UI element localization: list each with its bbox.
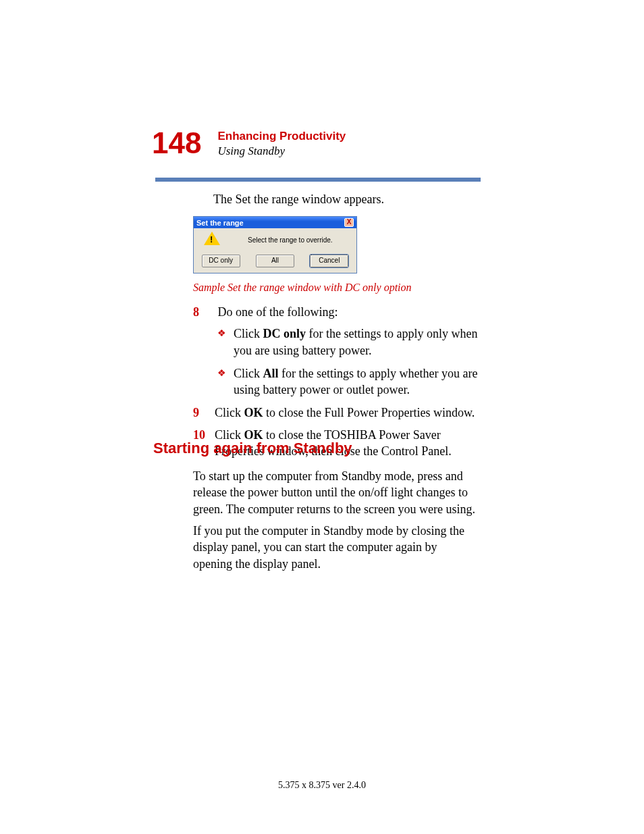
dialog-body: Select the range to override. DC only Al…: [194, 228, 356, 272]
dialog-message: Select the range to override.: [248, 236, 333, 244]
paragraph-1: To start up the computer from Standby mo…: [193, 468, 477, 517]
intro-text: The Set the range window appears.: [213, 192, 384, 207]
dc-only-button[interactable]: DC only: [202, 255, 240, 267]
warning-icon: [204, 232, 220, 245]
chapter-title: Enhancing Productivity: [217, 130, 346, 143]
section-heading: Starting again from Standby: [153, 440, 352, 457]
diamond-icon: ❖: [217, 325, 234, 359]
page-header: 148 Enhancing Productivity Using Standby: [152, 128, 483, 158]
step-number: 8: [193, 304, 215, 320]
dialog-titlebar: Set the range X: [194, 217, 356, 228]
header-divider: [155, 178, 481, 182]
bullet-text: Click All for the settings to apply whet…: [234, 365, 480, 398]
chapter-subtitle: Using Standby: [217, 145, 346, 158]
document-page: 148 Enhancing Productivity Using Standby…: [0, 0, 644, 834]
dialog-button-row: DC only All Cancel: [194, 255, 356, 267]
bullet-item-dc-only: ❖ Click DC only for the settings to appl…: [217, 325, 480, 359]
page-footer: 5.375 x 8.375 ver 2.4.0: [0, 780, 644, 791]
close-icon[interactable]: X: [344, 218, 354, 227]
step-text: Do one of the following:: [215, 304, 480, 320]
step-8: 8 Do one of the following:: [193, 304, 480, 320]
step-text: Click OK to close the Full Power Propert…: [215, 405, 480, 421]
diamond-icon: ❖: [217, 365, 234, 398]
step-9: 9 Click OK to close the Full Power Prope…: [193, 405, 480, 421]
bullet-text: Click DC only for the settings to apply …: [234, 325, 480, 359]
bullet-item-all: ❖ Click All for the settings to apply wh…: [217, 365, 480, 398]
all-button[interactable]: All: [256, 255, 294, 267]
bullet-list: ❖ Click DC only for the settings to appl…: [217, 325, 480, 398]
dialog-title: Set the range: [196, 219, 244, 227]
header-text-block: Enhancing Productivity Using Standby: [217, 130, 346, 158]
set-the-range-dialog: Set the range X Select the range to over…: [193, 216, 357, 273]
page-number: 148: [152, 128, 201, 158]
cancel-button[interactable]: Cancel: [310, 255, 348, 267]
figure-caption: Sample Set the range window with DC only…: [193, 282, 412, 294]
paragraph-2: If you put the computer in Standby mode …: [193, 523, 477, 572]
step-number: 9: [193, 405, 215, 421]
